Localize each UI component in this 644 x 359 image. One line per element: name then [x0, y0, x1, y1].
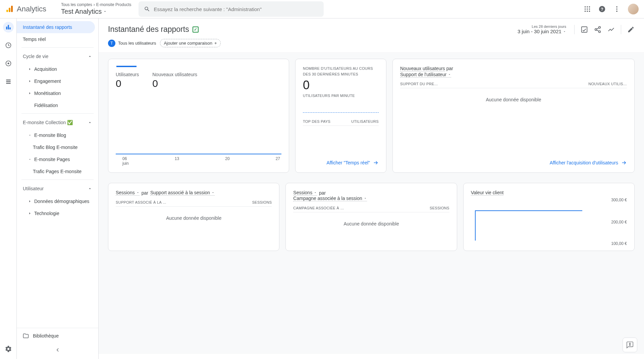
sidebar-item-pages-traffic[interactable]: Trafic Pages E-monsite	[17, 165, 98, 177]
caret-down-icon	[28, 158, 32, 161]
sidebar-item-pages[interactable]: E-monsite Pages	[17, 153, 98, 165]
svg-point-15	[616, 8, 618, 10]
insights-icon[interactable]	[607, 26, 615, 33]
sidebar-group-collection[interactable]: E-monsite Collection ✅	[17, 116, 98, 129]
help-icon[interactable]: ?	[598, 5, 606, 13]
svg-rect-25	[6, 83, 10, 84]
caret-down-icon	[563, 30, 566, 33]
sidebar-item-blog-traffic[interactable]: Trafic Blog E-monsite	[17, 141, 98, 153]
folder-icon	[23, 333, 29, 339]
caret-right-icon	[28, 200, 32, 203]
search-icon	[144, 6, 150, 12]
topbar: Analytics Tous les comptes›E-monsite Pro…	[0, 0, 644, 18]
metric-users[interactable]: Utilisateurs0	[116, 72, 139, 89]
sidebar-collapse[interactable]	[17, 344, 98, 356]
chevron-up-icon	[88, 54, 92, 59]
svg-rect-19	[9, 28, 10, 30]
no-data-text: Aucune donnée disponible	[293, 221, 449, 226]
rail-explore[interactable]	[3, 40, 14, 51]
metric-dropdown[interactable]: Sessions	[116, 190, 140, 196]
sidebar-item-technology[interactable]: Technologie	[17, 207, 98, 219]
search-input[interactable]	[154, 6, 318, 12]
date-range-picker[interactable]: Les 28 derniers jours 3 juin - 30 juin 2…	[518, 24, 566, 34]
caret-right-icon	[28, 80, 32, 83]
gear-icon	[5, 345, 12, 353]
product-name: Analytics	[17, 5, 46, 13]
svg-point-6	[585, 8, 586, 10]
card-sessions-by-medium: Sessions parSupport associé à la session…	[108, 183, 279, 251]
svg-point-7	[587, 8, 588, 10]
svg-point-14	[616, 6, 618, 8]
rail-admin[interactable]	[3, 344, 14, 354]
feedback-button[interactable]	[623, 338, 637, 352]
dimension-dropdown[interactable]: Support associé à la session	[150, 190, 215, 196]
avatar[interactable]	[628, 4, 639, 14]
search-box[interactable]	[139, 1, 324, 17]
caret-down-icon	[28, 134, 32, 137]
rail-reports[interactable]	[3, 22, 14, 33]
metric-new-users[interactable]: Nouveaux utilisateurs0	[152, 72, 197, 89]
svg-rect-0	[6, 10, 8, 12]
caret-down-icon	[103, 9, 107, 13]
sidebar-group-user[interactable]: Utilisateur	[17, 182, 98, 195]
realtime-sparkline	[303, 112, 379, 113]
tab-indicator	[116, 66, 137, 67]
main-content: Instantané des rapports✓ Les 28 derniers…	[99, 18, 644, 359]
svg-point-28	[595, 29, 597, 31]
page-title: Instantané des rapports✓	[108, 25, 199, 34]
product-logo[interactable]: Analytics	[5, 5, 46, 13]
link-view-realtime[interactable]: Afficher "Temps réel"	[303, 160, 379, 166]
chart-xaxis: 06juin 13 20 27	[116, 154, 281, 166]
sidebar-item-acquisition[interactable]: Acquisition	[17, 63, 98, 75]
svg-line-31	[597, 30, 599, 31]
sidebar-item-engagement[interactable]: Engagement	[17, 75, 98, 87]
segment-all-users[interactable]: TTous les utilisateurs	[108, 40, 156, 47]
sidebar-item-demographics[interactable]: Données démographiques	[17, 195, 98, 207]
no-data-text: Aucune donnée disponible	[400, 97, 627, 102]
add-comparison-button[interactable]: Ajouter une comparaison+	[160, 39, 220, 47]
svg-point-22	[7, 63, 9, 64]
sidebar-item-monetization[interactable]: Monétisation	[17, 87, 98, 99]
caret-right-icon	[28, 212, 32, 215]
caret-down-icon	[211, 191, 215, 194]
svg-point-9	[585, 11, 586, 12]
edit-icon[interactable]	[627, 26, 635, 33]
dimension-dropdown[interactable]: Support de l'utilisateur	[400, 72, 451, 78]
segment-badge: T	[108, 40, 115, 47]
card-sessions-by-campaign: Sessions par Campagne associée à la sess…	[285, 183, 457, 251]
chevron-right-icon: ›	[94, 2, 95, 7]
rail-configure[interactable]	[3, 76, 14, 87]
caret-right-icon	[28, 67, 32, 71]
more-vert-icon[interactable]	[613, 5, 621, 13]
property-selector[interactable]: Test Analytics	[61, 7, 131, 16]
apps-icon[interactable]	[584, 5, 591, 13]
svg-rect-2	[11, 6, 13, 12]
chevron-up-icon	[88, 120, 92, 125]
arrow-right-icon	[373, 160, 379, 166]
clv-title: Valeur vie client	[471, 190, 504, 196]
sidebar-group-lifecycle[interactable]: Cycle de vie	[17, 50, 98, 63]
svg-point-3	[585, 6, 586, 8]
svg-point-4	[587, 6, 588, 8]
sidebar-item-blog[interactable]: E-monsite Blog	[17, 129, 98, 141]
svg-rect-26	[582, 27, 587, 32]
sidebar-item-realtime[interactable]: Temps réel	[17, 33, 98, 45]
svg-point-10	[587, 11, 588, 12]
plus-icon: +	[214, 41, 217, 46]
link-view-acquisition[interactable]: Afficher l'acquisition d'utilisateurs	[400, 160, 627, 166]
caret-down-icon	[314, 191, 317, 194]
rail-advertising[interactable]	[3, 58, 14, 69]
dimension-dropdown[interactable]: Campagne associée à la session	[293, 196, 367, 201]
caret-right-icon	[28, 92, 32, 95]
caret-down-icon	[136, 191, 140, 194]
svg-rect-18	[8, 25, 9, 29]
sidebar-item-retention[interactable]: Fidélisation	[17, 99, 98, 111]
customize-report-icon[interactable]	[581, 26, 588, 33]
share-icon[interactable]	[594, 26, 601, 33]
sidebar-library[interactable]: Bibliothèque	[17, 328, 98, 344]
metric-dropdown[interactable]: Sessions	[293, 190, 317, 196]
card-new-users-by: Nouveaux utilisateurs par Support de l'u…	[392, 59, 635, 173]
sidebar-item-snapshot[interactable]: Instantané des rapports	[17, 21, 95, 33]
clv-chart: 300,00 € 200,00 € 100,00 €	[471, 200, 627, 244]
svg-point-5	[589, 6, 590, 8]
